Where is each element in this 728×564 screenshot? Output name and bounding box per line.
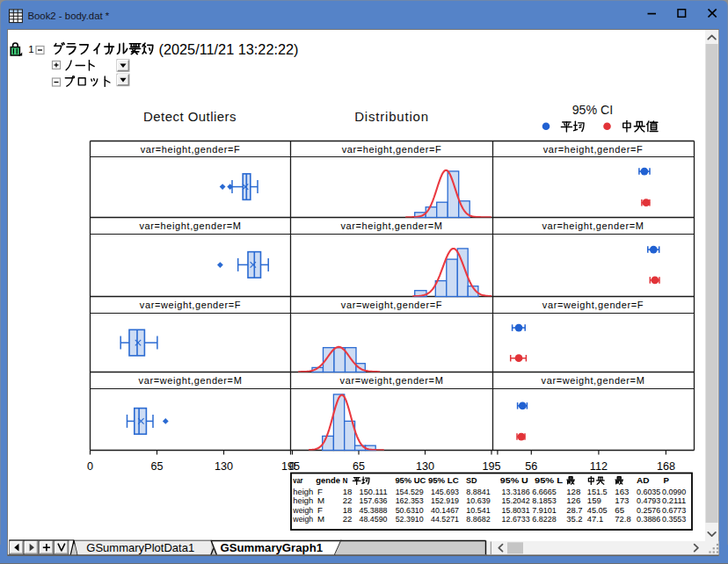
svg-text:152.919: 152.919 xyxy=(431,495,459,505)
svg-text:95% L: 95% L xyxy=(535,475,563,485)
svg-text:0.2111: 0.2111 xyxy=(662,495,686,505)
svg-text:126: 126 xyxy=(566,495,580,505)
svg-text:130: 130 xyxy=(215,460,233,473)
svg-text:10.639: 10.639 xyxy=(466,495,490,505)
svg-text:163: 163 xyxy=(615,487,629,496)
svg-text:47.1: 47.1 xyxy=(587,514,603,524)
svg-text:28.7: 28.7 xyxy=(566,505,582,515)
svg-text:15.2042: 15.2042 xyxy=(502,495,530,505)
svg-text:56: 56 xyxy=(525,460,537,473)
svg-text:F: F xyxy=(317,505,323,515)
svg-text:var=height,gender=F: var=height,gender=F xyxy=(342,144,442,155)
svg-text:45.3888: 45.3888 xyxy=(360,505,388,515)
svg-text:195: 195 xyxy=(482,460,500,473)
svg-text:gende: gende xyxy=(316,475,340,485)
svg-text:130: 130 xyxy=(416,460,434,473)
svg-text:var=weight,gender=M: var=weight,gender=M xyxy=(139,375,243,386)
svg-text:13.3186: 13.3186 xyxy=(502,487,530,496)
svg-text:150.111: 150.111 xyxy=(360,487,388,496)
svg-text:0.6773: 0.6773 xyxy=(662,505,686,515)
svg-text:65: 65 xyxy=(353,460,365,473)
svg-text:var=height,gender=F: var=height,gender=F xyxy=(141,144,241,155)
svg-text:44.5271: 44.5271 xyxy=(431,514,459,524)
svg-text:0.6035: 0.6035 xyxy=(637,487,660,496)
svg-text:0.2576: 0.2576 xyxy=(637,505,660,515)
svg-text:72.8: 72.8 xyxy=(615,514,630,524)
svg-text:var=weight,gender=F: var=weight,gender=F xyxy=(341,300,442,310)
svg-text:162.353: 162.353 xyxy=(396,495,424,505)
svg-text:12.6733: 12.6733 xyxy=(502,514,530,524)
svg-text:128: 128 xyxy=(566,487,580,496)
svg-text:var=weight,gender=M: var=weight,gender=M xyxy=(340,375,444,386)
svg-text:SD: SD xyxy=(466,475,477,485)
svg-text:18: 18 xyxy=(343,505,353,515)
svg-text:0.3886: 0.3886 xyxy=(637,514,660,524)
svg-text:7.9101: 7.9101 xyxy=(532,505,556,515)
svg-text:157.636: 157.636 xyxy=(360,495,388,505)
svg-text:var=height,gender=M: var=height,gender=M xyxy=(542,221,644,231)
svg-text:0: 0 xyxy=(87,460,93,473)
svg-text:N: N xyxy=(343,475,348,485)
svg-text:65: 65 xyxy=(615,505,624,515)
svg-text:F: F xyxy=(317,487,323,496)
svg-text:GSummaryGraph1: GSummaryGraph1 xyxy=(221,541,324,554)
svg-text:0.3553: 0.3553 xyxy=(662,514,686,524)
svg-text:AD: AD xyxy=(637,475,650,485)
svg-text:8.8841: 8.8841 xyxy=(466,487,490,496)
svg-text:Book2 - body.dat *: Book2 - body.dat * xyxy=(27,11,109,21)
svg-text:heigh: heigh xyxy=(293,487,313,496)
svg-text:M: M xyxy=(317,495,324,505)
svg-text:151.5: 151.5 xyxy=(587,487,608,496)
svg-text:8.1853: 8.1853 xyxy=(532,495,556,505)
svg-text:10.541: 10.541 xyxy=(466,505,490,515)
svg-text:95% CI: 95% CI xyxy=(572,103,614,117)
svg-text:var=weight,gender=F: var=weight,gender=F xyxy=(542,300,644,310)
svg-text:weigh: weigh xyxy=(292,505,313,515)
svg-text:95% UC: 95% UC xyxy=(395,475,426,485)
svg-text:0.4793: 0.4793 xyxy=(637,495,660,505)
svg-text:18: 18 xyxy=(343,487,353,496)
svg-text:P: P xyxy=(664,475,670,485)
svg-text:15.8031: 15.8031 xyxy=(502,505,530,515)
svg-text:Detect Outliers: Detect Outliers xyxy=(143,109,237,124)
svg-text:var=height,gender=M: var=height,gender=M xyxy=(140,221,242,231)
svg-text:weigh: weigh xyxy=(292,514,313,524)
svg-text:154.529: 154.529 xyxy=(396,487,424,496)
svg-text:1: 1 xyxy=(28,44,33,54)
svg-text:173: 173 xyxy=(615,495,629,505)
svg-text:95% U: 95% U xyxy=(500,475,528,485)
svg-text:40.1467: 40.1467 xyxy=(431,505,459,515)
svg-text:95% LC: 95% LC xyxy=(428,475,459,485)
svg-text:M: M xyxy=(317,514,324,524)
svg-text:22: 22 xyxy=(343,495,353,505)
svg-text:Distribution: Distribution xyxy=(354,109,429,124)
svg-text:var=weight,gender=M: var=weight,gender=M xyxy=(542,375,645,386)
svg-text:112: 112 xyxy=(590,460,608,473)
svg-text:6.6665: 6.6665 xyxy=(532,487,556,496)
svg-text:var=height,gender=F: var=height,gender=F xyxy=(543,144,644,155)
svg-text:var=height,gender=M: var=height,gender=M xyxy=(341,221,443,231)
svg-text:35.2: 35.2 xyxy=(566,514,582,524)
svg-text:var: var xyxy=(293,475,302,485)
svg-text:GSummaryPlotData1: GSummaryPlotData1 xyxy=(86,541,194,554)
svg-text:0.0990: 0.0990 xyxy=(662,487,687,496)
svg-text:48.4590: 48.4590 xyxy=(360,514,389,524)
svg-text:6.8228: 6.8228 xyxy=(532,514,556,524)
svg-text:45.05: 45.05 xyxy=(587,505,608,515)
svg-text:0: 0 xyxy=(289,460,295,473)
svg-text:65: 65 xyxy=(150,460,163,473)
svg-text:(2025/11/21 13:22:22): (2025/11/21 13:22:22) xyxy=(159,41,299,57)
svg-text:52.3910: 52.3910 xyxy=(396,514,425,524)
svg-text:heigh: heigh xyxy=(293,495,313,505)
svg-text:50.6310: 50.6310 xyxy=(396,505,425,515)
svg-text:145.693: 145.693 xyxy=(431,487,459,496)
svg-text:22: 22 xyxy=(343,514,353,524)
svg-text:8.8682: 8.8682 xyxy=(466,514,490,524)
svg-text:159: 159 xyxy=(587,495,601,505)
svg-text:168: 168 xyxy=(657,460,675,473)
svg-text:var=weight,gender=F: var=weight,gender=F xyxy=(140,300,241,310)
